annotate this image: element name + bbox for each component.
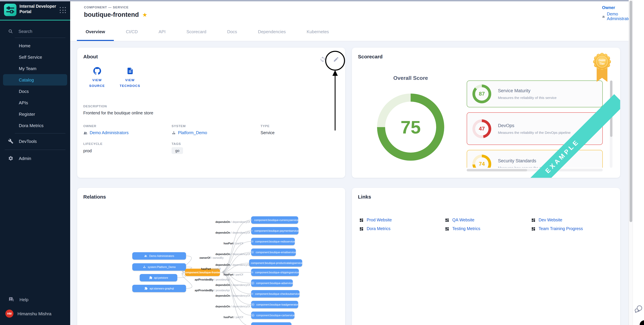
relation-node[interactable]: component:boutique-productcatalogservice xyxy=(249,259,302,267)
system-field-label: SYSTEM xyxy=(172,124,186,128)
metric-name: DevOps xyxy=(498,123,571,128)
relation-node[interactable]: component:boutique-checkoutservice xyxy=(251,290,300,298)
edge-label: dependsOn / dependencyOf xyxy=(216,284,250,287)
github-icon xyxy=(93,67,101,75)
relation-node[interactable]: component:boutique-currencyservice xyxy=(251,216,298,224)
component-icon xyxy=(251,303,254,306)
component-icon xyxy=(251,240,254,243)
page-scrollbar[interactable] xyxy=(628,0,633,325)
portal-logo[interactable] xyxy=(4,4,16,16)
view-source-link[interactable]: VIEW SOURCE xyxy=(82,67,112,88)
tab-overview[interactable]: Overview xyxy=(77,22,114,41)
breadcrumb: COMPONENT — SERVICE xyxy=(84,5,129,9)
overall-score-label: Overall Score xyxy=(372,75,449,81)
scrollbar-thumb[interactable] xyxy=(630,1,632,222)
tab-scorecard[interactable]: Scorecard xyxy=(178,22,215,41)
divider xyxy=(15,133,66,133)
tab-docs[interactable]: Docs xyxy=(218,22,246,41)
link-dora-metrics[interactable]: Dora Metrics xyxy=(359,226,390,231)
dashboard-icon xyxy=(531,227,536,231)
relation-node[interactable]: component:boutique-cartservice xyxy=(251,312,294,319)
relation-node[interactable]: component:boutique-adservice xyxy=(251,279,293,287)
dashboard-icon xyxy=(359,227,364,231)
tags-field-label: TAGS xyxy=(172,142,181,146)
page-title: boutique-frontend xyxy=(84,11,139,18)
sidebar-item-devtools[interactable]: DevTools xyxy=(0,135,70,147)
svg-text:Gold: Gold xyxy=(599,58,606,62)
sidebar-item-my-team[interactable]: My Team xyxy=(0,63,70,74)
component-icon xyxy=(251,314,254,317)
entity-header: COMPONENT — SERVICE boutique-frontend ★ … xyxy=(70,1,628,22)
owner-field-label: OWNER xyxy=(83,124,96,128)
search-label: Search xyxy=(18,29,32,34)
window-top-strip xyxy=(0,0,628,1)
overall-score-value: 75 xyxy=(377,94,444,161)
puzzle-icon xyxy=(144,287,148,290)
dashboard-icon xyxy=(531,218,536,222)
sidebar-search[interactable]: Search xyxy=(0,24,70,38)
relation-node[interactable]: component:boutique-paymentservice xyxy=(251,227,298,234)
component-icon xyxy=(251,251,254,254)
relation-node[interactable]: component:boutique-redisservice xyxy=(251,238,295,245)
metric-card-service-maturity[interactable]: 87 Service Maturity Measures the reliabi… xyxy=(467,80,603,107)
link-prod-website[interactable]: Prod Website xyxy=(359,218,392,222)
link-qa-website[interactable]: QA Website xyxy=(445,218,474,222)
people-icon xyxy=(602,14,605,19)
favorite-star-icon[interactable]: ★ xyxy=(142,12,148,17)
tab-dependencies[interactable]: Dependencies xyxy=(249,22,294,41)
sidebar-item-docs[interactable]: Docs xyxy=(0,85,70,97)
metrics-vertical-scrollbar[interactable] xyxy=(610,80,612,168)
divider xyxy=(15,37,66,38)
link-testing-metrics[interactable]: Testing Metrics xyxy=(445,226,480,231)
user-menu[interactable]: HM Himanshu Mishra xyxy=(0,306,70,321)
metric-card-security-standards[interactable]: 74 Security Standards Measures how secur… xyxy=(467,150,603,168)
tab-cicd[interactable]: CI/CD xyxy=(117,22,146,41)
edit-pencil-icon[interactable] xyxy=(333,56,339,62)
edge-label: hasPart / partOf xyxy=(201,268,221,271)
component-icon xyxy=(251,229,253,232)
link-team-training[interactable]: Team Training Progress xyxy=(531,226,583,231)
relation-node-api-starwars[interactable]: api:starwars-graphql xyxy=(132,285,186,292)
metrics-horizontal-scrollbar[interactable] xyxy=(467,169,603,171)
tag-chip[interactable]: go xyxy=(172,147,183,154)
tab-api[interactable]: API xyxy=(150,22,174,41)
system-field-value[interactable]: Platform_Demo xyxy=(172,130,207,135)
sidebar-header: Internal Developer Portal xyxy=(0,0,70,20)
relation-node[interactable]: component:boutique-emailservice xyxy=(251,249,296,256)
sidebar-item-self-service[interactable]: Self Service xyxy=(0,51,70,63)
lifecycle-field-label: LIFECYCLE xyxy=(83,142,102,146)
system-icon xyxy=(172,131,176,135)
chat-widget-icon[interactable] xyxy=(634,305,643,313)
apps-grid-icon[interactable] xyxy=(60,7,67,14)
help-chat-icon xyxy=(8,297,14,303)
sidebar-item-admin[interactable]: Admin xyxy=(0,153,70,164)
sidebar-item-apis[interactable]: APIs xyxy=(0,97,70,108)
edge-label: dependsOn / dependencyOf xyxy=(216,221,250,224)
edge-label: hasPart / partOf xyxy=(224,273,243,276)
component-icon xyxy=(251,218,252,222)
sidebar-item-home[interactable]: Home xyxy=(0,40,70,51)
edge-label: dependsOn / dependencyOf xyxy=(216,305,250,308)
edge-label: dependsOn / dependencyOf xyxy=(216,253,250,256)
tab-kubernetes[interactable]: Kubernetes xyxy=(298,22,338,41)
relation-node-owner[interactable]: Demo Administrators xyxy=(132,252,186,260)
view-techdocs-link[interactable]: VIEW TECHDOCS xyxy=(115,67,145,88)
sidebar-item-help[interactable]: Help xyxy=(0,293,70,306)
relation-node[interactable]: component:boutique-loadgenerator xyxy=(251,301,298,308)
type-field-value: Service xyxy=(260,130,274,135)
cursor-artifact xyxy=(640,320,644,325)
relation-node[interactable]: component:boutique-shippingservice xyxy=(251,269,299,276)
sidebar-item-register[interactable]: Register xyxy=(0,108,70,120)
app-window: Internal Developer Portal Search Home Se… xyxy=(0,0,644,325)
edge-label: dependsOn / dependencyOf xyxy=(216,231,250,234)
relation-node-clipped[interactable] xyxy=(251,322,292,325)
about-card: About VIEW SOURCE VIEW TECHDOCS DESCRIPT… xyxy=(77,48,345,178)
relation-node-system[interactable]: system:Platform_Demo xyxy=(132,263,186,271)
sidebar-item-catalog[interactable]: Catalog xyxy=(3,74,67,85)
owner-field-value[interactable]: Demo Administrators xyxy=(83,130,128,135)
sidebar-item-dora-metrics[interactable]: Dora Metrics xyxy=(0,120,70,131)
refresh-icon[interactable] xyxy=(320,56,326,62)
link-dev-website[interactable]: Dev Website xyxy=(531,218,562,222)
lifecycle-field-value: prod xyxy=(83,149,92,153)
relation-node-api-petstore[interactable]: api:petstore xyxy=(140,274,177,281)
